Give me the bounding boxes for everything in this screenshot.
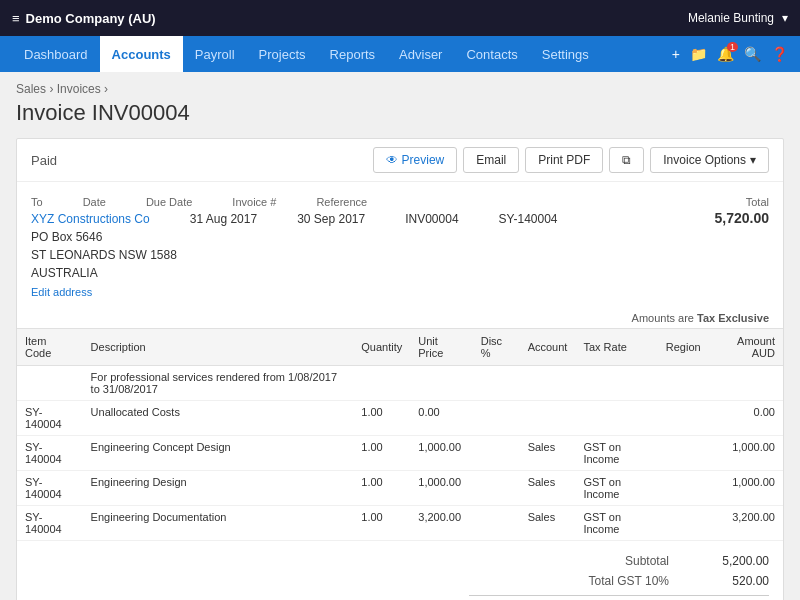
add-icon[interactable]: + bbox=[672, 46, 680, 62]
gst-label: Total GST 10% bbox=[469, 574, 689, 588]
table-cell: SY-140004 bbox=[17, 471, 83, 506]
email-button[interactable]: Email bbox=[463, 147, 519, 173]
table-cell bbox=[658, 436, 709, 471]
table-cell bbox=[520, 366, 576, 401]
main-content: Sales › Invoices › Invoice INV00004 Paid… bbox=[0, 72, 800, 600]
date-label: Date bbox=[83, 196, 106, 208]
table-cell: 1,000.00 bbox=[709, 436, 783, 471]
folder-icon[interactable]: 📁 bbox=[690, 46, 707, 62]
top-bar: ≡ Demo Company (AU) Melanie Bunting ▾ bbox=[0, 0, 800, 36]
nav-dashboard[interactable]: Dashboard bbox=[12, 36, 100, 72]
breadcrumb-invoices[interactable]: Invoices bbox=[57, 82, 101, 96]
invoice-info: To Date Due Date Invoice # Reference XYZ… bbox=[17, 182, 783, 308]
breadcrumb: Sales › Invoices › bbox=[16, 82, 784, 96]
table-row: For professional services rendered from … bbox=[17, 366, 783, 401]
address-line3: AUSTRALIA bbox=[31, 264, 715, 282]
address-line1: PO Box 5646 bbox=[31, 228, 715, 246]
table-cell: Engineering Documentation bbox=[83, 506, 354, 541]
invoice-data-row: XYZ Constructions Co 31 Aug 2017 30 Sep … bbox=[31, 212, 715, 226]
table-cell: GST on Income bbox=[575, 506, 657, 541]
help-icon[interactable]: ❓ bbox=[771, 46, 788, 62]
nav-settings[interactable]: Settings bbox=[530, 36, 601, 72]
invoice-card: Paid 👁 Preview Email Print PDF ⧉ Invoice… bbox=[16, 138, 784, 600]
invoice-num-label: Invoice # bbox=[232, 196, 276, 208]
nav-bar: Dashboard Accounts Payroll Projects Repo… bbox=[0, 36, 800, 72]
table-cell: SY-140004 bbox=[17, 436, 83, 471]
table-cell: Engineering Design bbox=[83, 471, 354, 506]
nav-icon-area: + 📁 🔔1 🔍 ❓ bbox=[672, 46, 788, 62]
table-cell bbox=[473, 366, 520, 401]
table-cell bbox=[709, 366, 783, 401]
table-cell: Sales bbox=[520, 506, 576, 541]
company-name-value[interactable]: XYZ Constructions Co bbox=[31, 212, 150, 226]
table-cell: 1.00 bbox=[353, 436, 410, 471]
table-cell bbox=[410, 366, 472, 401]
logo-icon: ≡ bbox=[12, 11, 20, 26]
invoice-status: Paid bbox=[31, 153, 57, 168]
breadcrumb-sep2: › bbox=[104, 82, 108, 96]
invoice-total-section: Total 5,720.00 bbox=[715, 196, 770, 226]
col-region: Region bbox=[658, 329, 709, 366]
nav-projects[interactable]: Projects bbox=[247, 36, 318, 72]
total-label: Total bbox=[715, 196, 770, 208]
table-cell: SY-140004 bbox=[17, 401, 83, 436]
address-line2: ST LEONARDS NSW 1588 bbox=[31, 246, 715, 264]
table-cell: 1,000.00 bbox=[410, 471, 472, 506]
table-cell: Sales bbox=[520, 436, 576, 471]
nav-accounts[interactable]: Accounts bbox=[100, 36, 183, 72]
nav-reports[interactable]: Reports bbox=[318, 36, 388, 72]
table-cell: GST on Income bbox=[575, 436, 657, 471]
due-date-value: 30 Sep 2017 bbox=[297, 212, 365, 226]
user-section[interactable]: Melanie Bunting ▾ bbox=[688, 11, 788, 25]
copy-button[interactable]: ⧉ bbox=[609, 147, 644, 173]
table-cell: For professional services rendered from … bbox=[83, 366, 354, 401]
col-tax-rate: Tax Rate bbox=[575, 329, 657, 366]
notification-icon[interactable]: 🔔1 bbox=[717, 46, 734, 62]
nav-adviser[interactable]: Adviser bbox=[387, 36, 454, 72]
tax-note: Amounts are Tax Exclusive bbox=[17, 308, 783, 328]
eye-icon: 👁 bbox=[386, 153, 398, 167]
search-icon[interactable]: 🔍 bbox=[744, 46, 761, 62]
dropdown-icon: ▾ bbox=[750, 153, 756, 167]
table-cell bbox=[575, 401, 657, 436]
action-buttons: 👁 Preview Email Print PDF ⧉ Invoice Opti… bbox=[373, 147, 769, 173]
table-cell bbox=[353, 366, 410, 401]
gst-value: 520.00 bbox=[689, 574, 769, 588]
table-cell: 1,000.00 bbox=[410, 436, 472, 471]
table-cell: 3,200.00 bbox=[410, 506, 472, 541]
col-item-code: Item Code bbox=[17, 329, 83, 366]
table-cell: Engineering Concept Design bbox=[83, 436, 354, 471]
table-cell bbox=[473, 506, 520, 541]
company-name: Demo Company (AU) bbox=[26, 11, 156, 26]
page-title: Invoice INV00004 bbox=[16, 100, 784, 126]
table-cell: 0.00 bbox=[410, 401, 472, 436]
nav-payroll[interactable]: Payroll bbox=[183, 36, 247, 72]
table-cell bbox=[473, 471, 520, 506]
subtotal-value: 5,200.00 bbox=[689, 554, 769, 568]
col-disc: Disc % bbox=[473, 329, 520, 366]
table-cell bbox=[473, 436, 520, 471]
print-pdf-button[interactable]: Print PDF bbox=[525, 147, 603, 173]
totals-section: Subtotal 5,200.00 Total GST 10% 520.00 T… bbox=[17, 541, 783, 600]
table-cell: 1,000.00 bbox=[709, 471, 783, 506]
table-cell: GST on Income bbox=[575, 471, 657, 506]
invoice-options-button[interactable]: Invoice Options ▾ bbox=[650, 147, 769, 173]
nav-contacts[interactable]: Contacts bbox=[454, 36, 529, 72]
edit-address-link[interactable]: Edit address bbox=[31, 286, 715, 298]
table-cell: Sales bbox=[520, 471, 576, 506]
invoice-labels: To Date Due Date Invoice # Reference bbox=[31, 196, 715, 208]
subtotal-row: Subtotal 5,200.00 bbox=[469, 551, 769, 571]
invoice-to-section: To Date Due Date Invoice # Reference XYZ… bbox=[31, 196, 715, 298]
table-cell: 3,200.00 bbox=[709, 506, 783, 541]
preview-button[interactable]: 👁 Preview bbox=[373, 147, 458, 173]
table-cell bbox=[658, 401, 709, 436]
table-body: For professional services rendered from … bbox=[17, 366, 783, 541]
table-header: Item Code Description Quantity Unit Pric… bbox=[17, 329, 783, 366]
breadcrumb-sales[interactable]: Sales bbox=[16, 82, 46, 96]
table-cell: 1.00 bbox=[353, 401, 410, 436]
user-dropdown-arrow[interactable]: ▾ bbox=[782, 11, 788, 25]
to-label: To bbox=[31, 196, 43, 208]
gst-row: Total GST 10% 520.00 bbox=[469, 571, 769, 591]
grand-total-row: TOTAL 5,720.00 bbox=[469, 595, 769, 600]
status-bar: Paid 👁 Preview Email Print PDF ⧉ Invoice… bbox=[17, 139, 783, 182]
